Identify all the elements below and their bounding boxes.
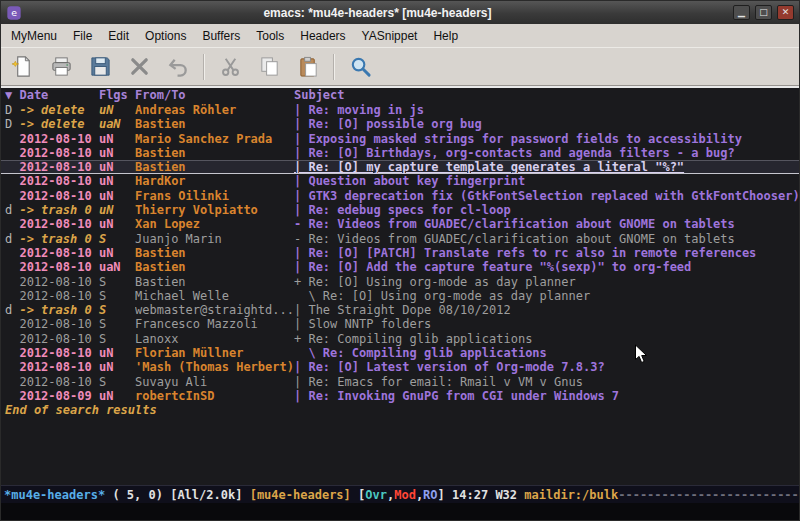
message-row[interactable]: 2012-08-10SFrancesco Mazzoli| Slow NNTP … [1,317,799,331]
message-mark: d [5,232,19,246]
message-from: robertcInSD [135,389,294,403]
message-from: Bastien [135,260,294,274]
message-row[interactable]: 2012-08-10uNBastien| Re: [O] [PATCH] Tra… [1,246,799,260]
message-subject: - Re: Videos from GUADEC/clarification a… [294,217,799,231]
menu-item-tools[interactable]: Tools [248,26,292,46]
message-row[interactable]: 2012-08-10uNXan Lopez- Re: Videos from G… [1,217,799,231]
message-from: Florian Müllner [135,346,294,360]
message-row[interactable]: 2012-08-09uNrobertcInSD| Re: Invoking Gn… [1,389,799,403]
message-from: Bastien [135,160,294,174]
message-date: -> trash 0 [19,203,98,217]
menu-item-edit[interactable]: Edit [100,26,137,46]
cut-icon[interactable] [213,51,247,83]
message-from: Juanjo Marin [135,232,294,246]
modeline-segment-dir: maildir:/bulk [524,488,618,502]
column-header-date[interactable]: Date [19,88,98,103]
column-header-from[interactable]: From/To [135,88,294,103]
message-date: 2012-08-10 [19,332,98,346]
emacs-window: e emacs: *mu4e-headers* [mu4e-headers] ▁… [0,0,800,521]
modeline-segment-buf: *mu4e-headers* [4,488,112,502]
menu-item-options[interactable]: Options [137,26,194,46]
new-file-icon[interactable] [5,51,39,83]
message-flags: S [99,289,135,303]
mode-line[interactable]: *mu4e-headers* ( 5, 0) [All/2.0k] [mu4e-… [1,485,799,503]
message-row[interactable]: 2012-08-10uNMario Sanchez Prada| Exposin… [1,132,799,146]
message-subject: | GTK3 deprecation fix (GtkFontSelection… [294,189,799,203]
menu-item-headers[interactable]: Headers [292,26,353,46]
message-row[interactable]: d-> trash 0uNThierry Volpiatto| Re: edeb… [1,203,799,217]
message-row[interactable]: 2012-08-10uNHardKor| Question about key … [1,174,799,188]
message-date: 2012-08-10 [19,189,98,203]
message-mark: D [5,103,19,117]
message-subject: + Re: Compiling glib applications [294,332,799,346]
message-date: 2012-08-10 [19,260,98,274]
message-date: -> trash 0 [19,303,98,317]
menu-item-file[interactable]: File [65,26,100,46]
message-subject: \ Re: Compiling glib applications [294,346,799,360]
message-from: webmaster@straightd... [135,303,294,317]
close-icon[interactable] [122,51,156,83]
message-mark [5,360,19,374]
mu4e-headers-buffer: ▼ Date Flgs From/To Subject D-> deleteuN… [1,86,799,520]
message-mark [5,246,19,260]
menu-item-mymenu[interactable]: MyMenu [3,26,65,46]
message-row[interactable]: 2012-08-10SBastien+ Re: [O] Using org-mo… [1,275,799,289]
maximize-button[interactable]: □ [755,5,772,20]
message-row[interactable]: 2012-08-10uNBastien| Re: [O] my capture … [1,160,799,174]
message-from: 'Mash (Thomas Herbert) [135,360,294,374]
message-date: 2012-08-10 [19,275,98,289]
message-from: Bastien [135,246,294,260]
modeline-segment-mod: Mod [394,488,416,502]
menu-item-help[interactable]: Help [425,26,466,46]
message-row[interactable]: 2012-08-10SMichael Welle \ Re: [O] Using… [1,289,799,303]
modeline-segment-plain: ] [438,488,452,502]
message-flags: uN [99,217,135,231]
message-from: Bastien [135,275,294,289]
message-row[interactable]: 2012-08-10uaNBastien| Re: [O] Add the ca… [1,260,799,274]
message-date: 2012-08-10 [19,289,98,303]
copy-icon[interactable] [252,51,286,83]
message-row[interactable]: 2012-08-10uNBastien| Re: [O] Birthdays, … [1,146,799,160]
message-flags: S [99,332,135,346]
message-row[interactable]: 2012-08-10SLanoxx+ Re: Compiling glib ap… [1,332,799,346]
message-flags: uN [99,189,135,203]
print-icon[interactable] [44,51,78,83]
paste-icon[interactable] [291,51,325,83]
message-date: -> delete [19,117,98,131]
message-mark [5,332,19,346]
message-subject: \ Re: [O] Using org-mode as day planner [294,289,799,303]
minimize-button[interactable]: ▁ [733,5,750,20]
modeline-segment-ovr: Ovr [365,488,387,502]
message-flags: S [99,375,135,389]
title-bar[interactable]: e emacs: *mu4e-headers* [mu4e-headers] ▁… [1,1,799,24]
message-row[interactable]: 2012-08-10SSuvayu Ali| Re: Emacs for ema… [1,375,799,389]
message-row[interactable]: 2012-08-10uNFlorian Müllner \ Re: Compil… [1,346,799,360]
message-from: Andreas Röhler [135,103,294,117]
column-header-flags[interactable]: Flgs [99,88,135,103]
close-button[interactable]: ✕ [777,5,794,20]
menu-item-yasnippet[interactable]: YASnippet [354,26,426,46]
message-subject: | Re: [O] possible org bug [294,117,799,131]
message-row[interactable]: 2012-08-10uN'Mash (Thomas Herbert)| Re: … [1,360,799,374]
menu-bar: MyMenuFileEditOptionsBuffersToolsHeaders… [1,24,799,47]
message-row[interactable]: d-> trash 0Swebmaster@straightd...| The … [1,303,799,317]
message-row[interactable]: 2012-08-10uNFrans Oilinki| GTK3 deprecat… [1,189,799,203]
message-flags: uN [99,174,135,188]
message-row[interactable]: D-> deleteuaNBastien| Re: [O] possible o… [1,117,799,131]
message-subject: - Re: Videos from GUADEC/clarification a… [294,232,799,246]
message-mark [5,375,19,389]
message-flags: S [99,317,135,331]
menu-item-buffers[interactable]: Buffers [194,26,248,46]
column-header-subject[interactable]: Subject [294,88,799,103]
search-icon[interactable] [343,51,377,83]
message-subject: | Re: [O] Birthdays, org-contacts and ag… [294,146,799,160]
message-row[interactable]: D-> deleteuNAndreas Röhler| Re: moving i… [1,103,799,117]
undo-icon[interactable] [161,51,195,83]
message-flags: uaN [99,117,135,131]
message-row[interactable]: d-> trash 0SJuanjo Marin- Re: Videos fro… [1,232,799,246]
message-subject: | Re: [O] Add the capture feature "%(sex… [294,260,799,274]
message-subject: | Re: Emacs for email: Rmail v VM v Gnus [294,375,799,389]
save-icon[interactable] [83,51,117,83]
minibuffer[interactable] [1,503,799,520]
message-from: Bastien [135,146,294,160]
